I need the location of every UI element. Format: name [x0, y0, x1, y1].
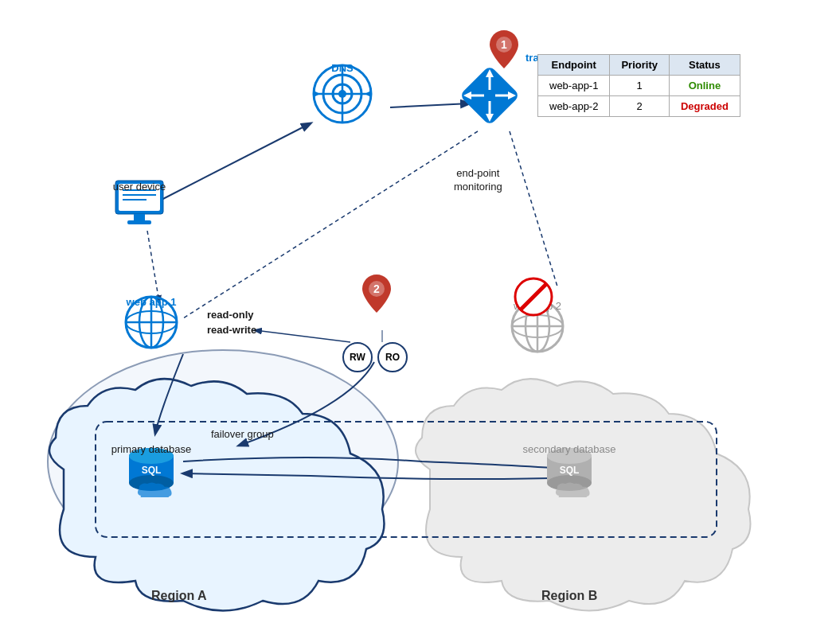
web-app-1-icon-wrap: web app 1 [123, 294, 179, 350]
svg-text:2: 2 [373, 282, 380, 295]
rw-circle: RW [342, 342, 373, 372]
table-cell-endpoint-2: web-app-2 [538, 96, 610, 117]
traffic-manager-icon-wrap [462, 68, 518, 123]
secondary-db-icon-wrap: SQL secondary database [541, 442, 597, 497]
table-cell-endpoint-1: web-app-1 [538, 76, 610, 96]
failover-group-label: failover group [211, 428, 274, 440]
ro-circle: RO [377, 342, 408, 372]
diagram: DNS traffic manager 1 [0, 0, 840, 623]
table-cell-status-2: Degraded [669, 96, 740, 117]
svg-line-7 [147, 231, 159, 302]
pin-2-svg: 2 [362, 275, 391, 313]
pin-1-svg: 1 [490, 30, 518, 68]
svg-line-5 [255, 330, 350, 342]
dns-icon-wrap: DNS [311, 62, 374, 126]
rw-ro-circles: RW RO [342, 342, 408, 372]
read-only-label: read-only [207, 309, 254, 321]
dns-label: DNS [331, 62, 353, 74]
table-header-status: Status [669, 55, 740, 76]
svg-rect-32 [134, 214, 145, 220]
blocked-icon [514, 277, 553, 320]
region-a-label: Region A [151, 589, 207, 603]
primary-db-icon-wrap: SQL primary database [123, 442, 179, 497]
svg-line-2 [390, 103, 470, 107]
svg-marker-14 [314, 91, 320, 97]
svg-text:1: 1 [501, 38, 507, 51]
user-device-label: user device [113, 181, 166, 193]
svg-line-1 [155, 123, 311, 203]
table-cell-priority-1: 1 [610, 76, 670, 96]
table-header-endpoint: Endpoint [538, 55, 610, 76]
table-row: web-app-1 1 Online [538, 76, 740, 96]
svg-text:SQL: SQL [560, 465, 580, 476]
table-cell-priority-2: 2 [610, 96, 670, 117]
primary-db-label: primary database [111, 443, 191, 455]
svg-line-4 [510, 131, 557, 286]
web-app-1-label: web app 1 [127, 296, 177, 308]
read-write-label: read-write [207, 324, 256, 336]
endpoint-monitoring-label: end-pointmonitoring [454, 167, 502, 194]
table-row: web-app-2 2 Degraded [538, 96, 740, 117]
pin-2: 2 [362, 275, 391, 313]
svg-rect-33 [127, 220, 151, 224]
secondary-db-label: secondary database [522, 443, 615, 455]
svg-marker-15 [365, 91, 371, 97]
traffic-manager-table: Endpoint Priority Status web-app-1 1 Onl… [537, 54, 740, 117]
svg-text:SQL: SQL [142, 465, 162, 476]
user-device-icon-wrap: user device [111, 179, 167, 231]
region-b-label: Region B [541, 589, 597, 603]
traffic-manager-icon [462, 68, 518, 123]
table-header-priority: Priority [610, 55, 670, 76]
pin-1: 1 [490, 30, 518, 68]
svg-point-13 [338, 90, 346, 98]
table-cell-status-1: Online [669, 76, 740, 96]
svg-line-3 [183, 131, 478, 318]
